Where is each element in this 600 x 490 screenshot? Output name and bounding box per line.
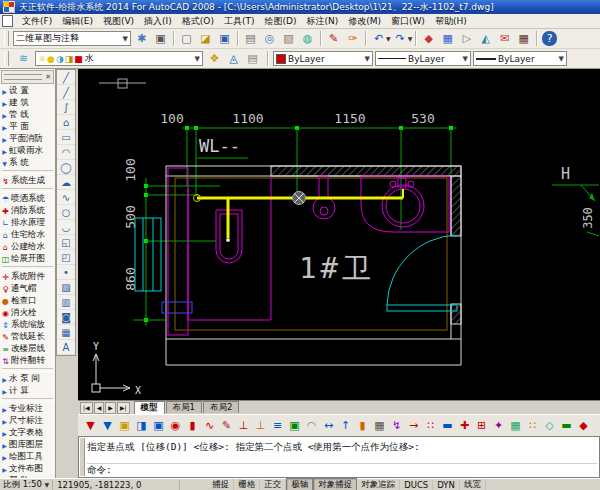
workspace-combo[interactable]: 二维草图与注释 ▼ [13,31,131,46]
sidebar-item-文件布图[interactable]: ▶文件布图 [0,463,55,475]
tz-tool-6[interactable]: ▮ [184,417,201,434]
toggle-捕捉[interactable]: 捕捉 [208,479,234,490]
tab-nav-button[interactable]: ◀ [94,402,105,414]
sidebar-item-计 算[interactable]: ▶计 算 [0,385,55,397]
tz-tool-21[interactable]: ▬ [439,417,456,434]
etransmit-icon[interactable]: ◍ [298,29,317,48]
sidebar-item-绘展开图[interactable]: ◫绘展开图 [0,253,55,265]
draw-tool-4[interactable]: ▭ [57,130,75,145]
tz-tool-18[interactable]: ↯ [388,417,405,434]
save-icon[interactable]: ▣ [215,29,234,48]
draw-tool-12[interactable]: ◰ [57,250,75,265]
tz-tool-29[interactable]: ◆ [575,417,592,434]
draw-tool-5[interactable]: ◠ [57,145,75,160]
sidebar-item-喷洒系统[interactable]: ☂喷洒系统 [0,193,55,205]
sidebar-item-检查口[interactable]: ●检查口 [0,295,55,307]
layers-icon[interactable]: ≋ [14,49,33,68]
toggle-对象追踪[interactable]: 对象追踪 [357,479,400,490]
tz-tool-28[interactable]: ▬ [558,417,575,434]
drawing-file-icon[interactable] [2,15,13,27]
sidebar-item-尺寸标注[interactable]: ▶尺寸标注 [0,415,55,427]
sidebar-item-平面消防[interactable]: ▶平面消防 [0,133,55,145]
tz-window-icon[interactable]: ▦ [438,29,457,48]
toggle-DYN[interactable]: DYN [433,480,460,490]
new-file-icon[interactable]: ▢ [177,29,196,48]
draw-tool-7[interactable]: ☁ [57,175,75,190]
tz-tool-7[interactable]: ∿ [201,417,218,434]
toggle-正交[interactable]: 正交 [260,479,286,490]
draw-tool-10[interactable]: ◡ [57,220,75,235]
sidebar-item-系统生成[interactable]: ↯系统生成 [0,175,55,187]
draw-tool-8[interactable]: ∿ [57,190,75,205]
drawing-viewport[interactable]: 100 1100 1150 530 WL-- [78,69,600,400]
command-input[interactable]: 命令: [87,464,597,477]
pencil-icon[interactable]: ✎ [324,29,343,48]
tab-nav-button[interactable]: |◀ [80,402,93,414]
tz-tool-3[interactable]: ◨ [133,417,150,434]
tz-mail-icon[interactable]: ✉ [495,29,514,48]
menu-item-9[interactable]: 窗口(W) [386,14,430,29]
draw-tool-18[interactable]: A [57,340,75,355]
tz-tool-4[interactable]: ▣ [150,417,167,434]
tz-tool-13[interactable]: ◠ [303,417,320,434]
draw-tool-1[interactable]: ╱ [57,85,75,100]
draw-tool-6[interactable]: ◯ [57,160,75,175]
sidebar-item-平 面[interactable]: ▶平 面 [0,121,55,133]
toggle-对象捕捉[interactable]: 对象捕捉 [313,478,357,490]
sidebar-item-排水原理[interactable]: ∟排水原理 [0,217,55,229]
layer-states-icon[interactable]: ▤ [243,49,262,68]
sidebar-item-建 筑[interactable]: ▶建 筑 [0,97,55,109]
tz-tool-26[interactable]: ∷ [524,417,541,434]
draw-tool-16[interactable]: ◙ [57,310,75,325]
toggle-线宽[interactable]: 线宽 [460,479,486,490]
matchprop-icon[interactable]: ✑ [343,29,362,48]
sidebar-item-专业标注[interactable]: ▶专业标注 [0,403,55,415]
tz-tool-12[interactable]: ▣ [286,417,303,434]
menu-item-7[interactable]: 标注(N) [301,14,343,29]
tz-tool-9[interactable]: ⊥ [235,417,252,434]
layer-manager-icon[interactable]: ❖ [205,49,224,68]
sidebar-item-系 统[interactable]: ▼系 统 [0,157,55,169]
menu-item-1[interactable]: 编辑(E) [57,14,98,29]
sidebar-item-改楼层线[interactable]: ≡改楼层线 [0,343,55,355]
tab-模型[interactable]: 模型 [134,401,165,414]
lineweight-combo[interactable]: ByLayer ▼ [473,51,567,66]
tz-tool-22[interactable]: ✚ [456,417,473,434]
tz-tool-16[interactable]: ▮ [354,417,371,434]
menu-item-3[interactable]: 插入(I) [139,14,177,29]
sidebar-item-文字表格[interactable]: ▶文字表格 [0,427,55,439]
sidebar-item-水 泵 间[interactable]: ▶水 泵 间 [0,373,55,385]
toggle-栅格[interactable]: 栅格 [234,479,260,490]
layer-combo[interactable]: ☼●◑◨■ 水 ▼ [35,51,203,66]
tz-tool-24[interactable]: ✦ [490,417,507,434]
preview-icon[interactable]: ◎ [260,29,279,48]
draw-tool-11[interactable]: ◱ [57,235,75,250]
tz-tool-19[interactable]: → [405,417,422,434]
draw-tool-2[interactable]: ∫ [57,100,75,115]
scale-selector[interactable]: 比例 1:50 ▼ [0,479,52,490]
draw-tool-14[interactable]: ▨ [57,280,75,295]
sidebar-item-管 线[interactable]: ▶管 线 [0,109,55,121]
sidebar-item-管线延长[interactable]: ✎管线延长 [0,331,55,343]
panel-header[interactable]: ✕ [1,70,54,84]
command-window[interactable]: 指定基点或 [位移(D)] <位移>: 指定第二个点或 <使用第一个点作为位移>… [78,436,600,478]
chevron-down-icon[interactable]: ▼ [408,35,413,42]
tab-布局2[interactable]: 布局2 [203,401,239,413]
sidebar-item-系统附件[interactable]: ✛系统附件 [0,271,55,283]
menu-item-0[interactable]: 文件(F) [17,14,57,29]
tz-tool-11[interactable]: ≡ [269,417,286,434]
open-file-icon[interactable]: ◪ [196,29,215,48]
tab-nav-button[interactable]: ▶ [105,402,116,414]
sidebar-item-虹吸雨水[interactable]: ▶虹吸雨水 [0,145,55,157]
sidebar-item-附件翻转[interactable]: ⇅附件翻转 [0,355,55,367]
tab-布局1[interactable]: 布局1 [166,401,202,413]
tz-tool-27[interactable]: ◇ [541,417,558,434]
tz-tool-23[interactable]: ⊞ [473,417,490,434]
tz-tool-1[interactable]: ▼ [99,417,116,434]
menu-item-8[interactable]: 修改(M) [343,14,386,29]
menu-item-2[interactable]: 视图(V) [98,14,139,29]
layer-previous-icon[interactable]: ◬ [224,49,243,68]
sidebar-item-公建给水[interactable]: ⌂公建给水 [0,241,55,253]
tz-export-icon[interactable]: ▷ [457,29,476,48]
toolbar-grip[interactable] [4,51,9,66]
